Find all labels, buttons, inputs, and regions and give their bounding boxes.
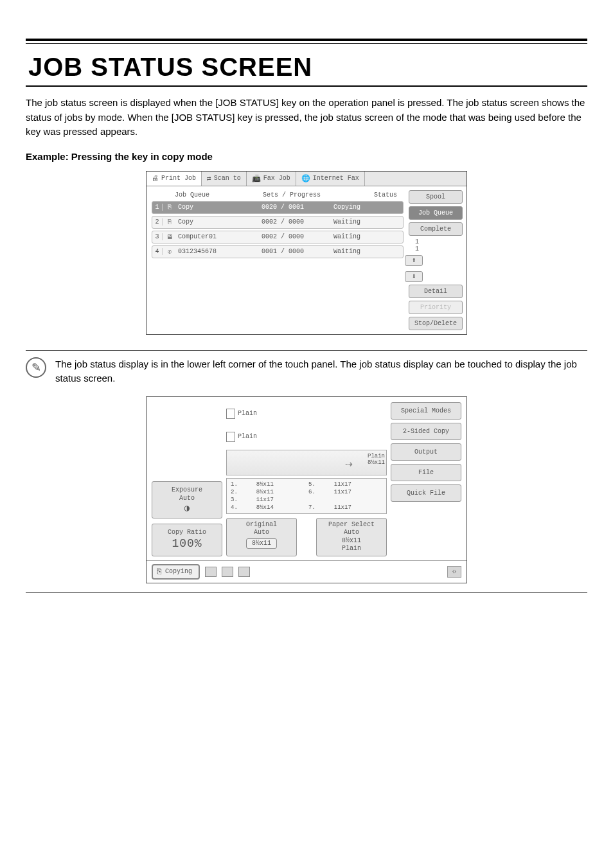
- copy-icon: ⎘: [163, 204, 177, 211]
- job-status: Waiting: [318, 248, 376, 255]
- tab-label: Scan to: [214, 175, 241, 182]
- job-row[interactable]: 1 ⎘ Copy 0020 / 0001 Copying: [152, 201, 404, 214]
- tab-label: Internet Fax: [313, 175, 359, 182]
- output-button[interactable]: Output: [391, 443, 461, 461]
- file-button[interactable]: File: [391, 464, 461, 481]
- thumb-icon[interactable]: [238, 567, 250, 577]
- tray-cell: 11x17: [333, 489, 384, 495]
- note-icon: ✎: [26, 357, 46, 378]
- thumb-icon[interactable]: [205, 567, 217, 577]
- paper-select-label: Paper Select: [318, 521, 385, 529]
- col-job-queue: Job Queue: [175, 191, 209, 199]
- status-text: Copying: [165, 568, 192, 575]
- paper-select-button[interactable]: Paper Select Auto 8½x11 Plain: [316, 518, 387, 556]
- tab-label: Fax Job: [263, 175, 290, 182]
- copy-ratio-value: 100%: [155, 536, 219, 551]
- job-name: Copy: [177, 204, 247, 211]
- paper-type-tag: Plain: [368, 453, 385, 460]
- job-row[interactable]: 4 ✆ 0312345678 0001 / 0000 Waiting: [152, 245, 404, 258]
- special-modes-button[interactable]: Special Modes: [391, 402, 461, 420]
- job-name: 0312345678: [177, 248, 247, 255]
- machine-diagram: ⇢ Plain 8½x11: [226, 450, 387, 475]
- job-status: Waiting: [318, 233, 376, 240]
- original-button[interactable]: Original Auto 8½x11: [226, 518, 297, 556]
- phone-icon: ✆: [163, 248, 177, 256]
- quick-file-button[interactable]: Quick File: [391, 484, 461, 502]
- exposure-label: Exposure: [155, 486, 219, 494]
- tray-cell: 8½x11: [255, 481, 306, 488]
- page-counter-top: 1: [409, 238, 419, 245]
- job-name: Copy: [177, 218, 247, 226]
- job-progress: 0020 / 0001: [247, 204, 318, 211]
- plain-label-2: Plain: [238, 433, 257, 440]
- col-progress: Sets / Progress: [263, 191, 321, 199]
- globe-icon: 🌐: [301, 174, 310, 182]
- tray-cell: 8½x14: [255, 504, 306, 511]
- copy-ratio-button[interactable]: Copy Ratio 100%: [152, 524, 222, 556]
- job-number: 3: [152, 233, 163, 240]
- job-progress: 0001 / 0000: [247, 248, 318, 255]
- tab-internet-fax[interactable]: 🌐 Internet Fax: [296, 172, 365, 186]
- intro-text: The job status screen is displayed when …: [26, 96, 587, 139]
- pc-icon: 🖥: [163, 233, 177, 241]
- stop-delete-button[interactable]: Stop/Delete: [409, 317, 463, 330]
- page-title: JOB STATUS SCREEN: [26, 48, 587, 87]
- tab-scan-to[interactable]: ⇄ Scan to: [202, 172, 247, 186]
- priority-button[interactable]: Priority: [409, 301, 463, 314]
- job-status-screen: 🖨 Print Job ⇄ Scan to 📠 Fax Job 🌐 Intern…: [146, 171, 467, 335]
- plain-label-1: Plain: [238, 410, 257, 417]
- top-rule: [26, 39, 587, 44]
- job-row[interactable]: 2 ⎘ Copy 0002 / 0000 Waiting: [152, 216, 404, 229]
- sheet-icon: [226, 409, 235, 419]
- job-number: 2: [152, 218, 163, 226]
- detail-button[interactable]: Detail: [409, 285, 463, 298]
- tray-cell: 11x17: [255, 497, 306, 503]
- original-auto: Auto: [228, 529, 295, 537]
- job-progress: 0002 / 0000: [247, 218, 318, 226]
- note-text: The job status display is in the lower l…: [55, 357, 587, 386]
- job-queue-button[interactable]: Job Queue: [409, 206, 463, 220]
- arrow-icon: ⇢: [345, 456, 353, 472]
- job-name: Computer01: [177, 233, 247, 240]
- two-sided-copy-button[interactable]: 2-Sided Copy: [391, 423, 461, 440]
- scan-icon: ⇄: [207, 174, 211, 182]
- col-status: Status: [374, 191, 397, 199]
- original-size: 8½x11: [246, 538, 277, 549]
- thumb-icon[interactable]: [222, 567, 233, 577]
- tray-cell: 11x17: [333, 504, 384, 511]
- job-row[interactable]: 3 🖥 Computer01 0002 / 0000 Waiting: [152, 231, 404, 244]
- brightness-icon[interactable]: ☼: [447, 566, 461, 578]
- bottom-rule: [26, 592, 587, 593]
- tab-print-job[interactable]: 🖨 Print Job: [147, 172, 202, 186]
- sheet-icon: [226, 432, 235, 442]
- tab-fax-job[interactable]: 📠 Fax Job: [247, 172, 296, 186]
- job-status: Copying: [318, 204, 376, 211]
- exposure-icon: ◑: [155, 502, 219, 514]
- spool-button[interactable]: Spool: [409, 190, 463, 204]
- tray-list: 1.8½x11 5.11x17 2.8½x11 6.11x17 3.11x17: [226, 478, 387, 514]
- exposure-button[interactable]: Exposure Auto ◑: [152, 481, 222, 518]
- job-status-display[interactable]: ⎘ Copying: [152, 564, 200, 580]
- paper-select-size: 8½x11: [318, 537, 385, 545]
- tray-cell: 11x17: [333, 481, 384, 488]
- paper-select-type: Plain: [318, 545, 385, 553]
- job-number: 4: [152, 248, 163, 255]
- job-number: 1: [152, 204, 163, 211]
- section-divider: [26, 350, 587, 351]
- scroll-up-button[interactable]: ⬆: [405, 255, 423, 266]
- column-headers: Job Queue Sets / Progress Status: [152, 190, 404, 201]
- tray-cell: 8½x11: [255, 489, 306, 495]
- job-status: Waiting: [318, 218, 376, 226]
- scroll-down-button[interactable]: ⬇: [405, 271, 423, 282]
- exposure-value: Auto: [155, 494, 219, 502]
- copy-mode-screen: Exposure Auto ◑ Copy Ratio 100% Plain Pl…: [146, 396, 467, 583]
- page-counter-bottom: 1: [409, 245, 419, 252]
- preview-area: Plain Plain ⇢ Plain 8½x11 1.8½x: [226, 402, 387, 556]
- example-heading: Example: Pressing the key in copy mode: [26, 151, 587, 162]
- tab-label: Print Job: [161, 175, 196, 182]
- copy-ratio-label: Copy Ratio: [155, 528, 219, 536]
- paper-select-auto: Auto: [318, 529, 385, 537]
- complete-button[interactable]: Complete: [409, 222, 463, 236]
- original-label: Original: [228, 521, 295, 529]
- fax-icon: 📠: [252, 174, 261, 182]
